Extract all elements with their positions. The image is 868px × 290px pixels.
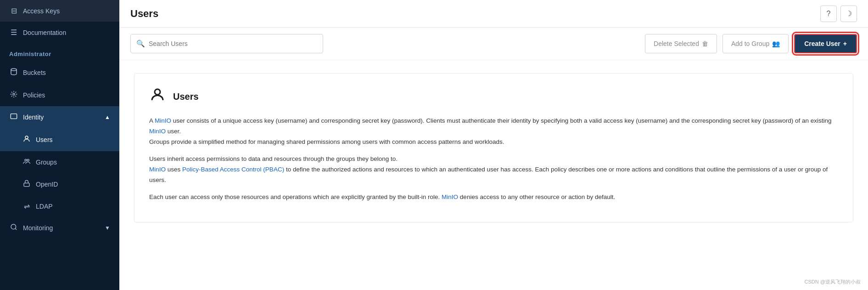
svg-point-4	[25, 159, 27, 161]
sidebar: ⊟ Access Keys ☰ Documentation Administra…	[0, 0, 119, 290]
sidebar-item-label: Groups	[36, 159, 57, 166]
ldap-icon: ⇌	[22, 202, 31, 210]
minio-highlight-2: MinIO	[149, 128, 166, 135]
sidebar-item-access-keys[interactable]: ⊟ Access Keys	[0, 0, 119, 22]
delete-selected-label: Delete Selected	[654, 40, 699, 47]
minio-highlight-1: MinIO	[155, 117, 171, 124]
help-button[interactable]: ?	[820, 6, 837, 22]
create-user-button[interactable]: Create User +	[794, 34, 857, 53]
search-icon: 🔍	[136, 40, 145, 48]
content-area: Users A MinIO user consists of a unique …	[119, 60, 868, 290]
sidebar-item-users[interactable]: Users	[0, 128, 119, 151]
main-area: Users ? ☽ 🔍 Delete Selected 🗑 Add to Gro…	[119, 0, 868, 290]
svg-point-8	[155, 89, 160, 95]
delete-selected-button[interactable]: Delete Selected 🗑	[645, 34, 717, 53]
sidebar-item-label: Users	[36, 136, 53, 143]
sidebar-item-buckets[interactable]: Buckets	[0, 61, 119, 84]
sidebar-item-label: OpenID	[36, 181, 58, 188]
svg-point-0	[11, 68, 17, 71]
card-paragraph-2: Users inherit access permissions to data…	[149, 154, 838, 186]
svg-point-1	[13, 93, 15, 95]
minio-highlight-4: MinIO	[442, 193, 458, 200]
sidebar-item-label: Policies	[23, 91, 45, 99]
watermark: CSDN @逆风飞翔的小叔	[805, 279, 861, 285]
svg-point-5	[27, 159, 29, 161]
card-paragraph-1: A MinIO user consists of a unique access…	[149, 116, 838, 148]
minio-highlight-3: MinIO	[149, 166, 166, 173]
page-title: Users	[130, 8, 158, 20]
card-header: Users	[149, 86, 838, 107]
sidebar-item-label: Documentation	[23, 29, 66, 36]
groups-icon	[22, 158, 31, 167]
sidebar-item-label: Identity	[23, 114, 44, 121]
card-title: Users	[173, 91, 199, 102]
policies-icon	[9, 91, 18, 100]
sidebar-item-identity[interactable]: Identity ▲	[0, 106, 119, 128]
user-icon	[149, 86, 166, 107]
sidebar-item-label: LDAP	[36, 203, 53, 210]
sidebar-item-label: Buckets	[23, 69, 46, 76]
svg-point-3	[25, 136, 28, 139]
pbac-highlight: Policy-Based Access Control (PBAC)	[182, 166, 284, 173]
identity-icon	[9, 113, 18, 122]
card-paragraph-3: Each user can access only those resource…	[149, 192, 838, 203]
sidebar-item-monitoring[interactable]: Monitoring ▼	[0, 217, 119, 239]
identity-chevron-icon: ▲	[105, 114, 110, 120]
sidebar-item-openid[interactable]: OpenID	[0, 173, 119, 195]
sidebar-item-label: Monitoring	[23, 224, 53, 232]
access-keys-icon: ⊟	[9, 6, 18, 15]
users-info-card: Users A MinIO user consists of a unique …	[134, 73, 853, 222]
add-to-group-label: Add to Group	[731, 40, 769, 47]
add-group-icon: 👥	[772, 40, 780, 47]
sidebar-item-documentation[interactable]: ☰ Documentation	[0, 22, 119, 43]
delete-icon: 🗑	[702, 40, 708, 47]
monitoring-chevron-icon: ▼	[105, 225, 110, 231]
sidebar-admin-header: Administrator	[0, 43, 119, 61]
toolbar: 🔍 Delete Selected 🗑 Add to Group 👥 Creat…	[119, 28, 868, 60]
sidebar-item-groups[interactable]: Groups	[0, 151, 119, 173]
sidebar-item-policies[interactable]: Policies	[0, 84, 119, 106]
theme-toggle-button[interactable]: ☽	[840, 6, 857, 22]
topbar-icons: ? ☽	[820, 6, 857, 22]
search-box: 🔍	[130, 34, 323, 53]
documentation-icon: ☰	[9, 28, 18, 37]
search-input[interactable]	[149, 40, 317, 47]
monitoring-icon	[9, 223, 18, 233]
svg-rect-2	[11, 114, 17, 119]
users-icon	[22, 135, 31, 145]
sidebar-item-ldap[interactable]: ⇌ LDAP	[0, 195, 119, 217]
svg-rect-6	[24, 183, 29, 186]
create-user-label: Create User	[804, 40, 840, 47]
buckets-icon	[9, 68, 18, 78]
sidebar-item-label: Access Keys	[23, 7, 60, 15]
openid-icon	[22, 180, 31, 189]
topbar: Users ? ☽	[119, 0, 868, 28]
svg-point-7	[11, 224, 16, 229]
add-to-group-button[interactable]: Add to Group 👥	[722, 34, 789, 53]
create-user-plus-icon: +	[843, 40, 847, 47]
